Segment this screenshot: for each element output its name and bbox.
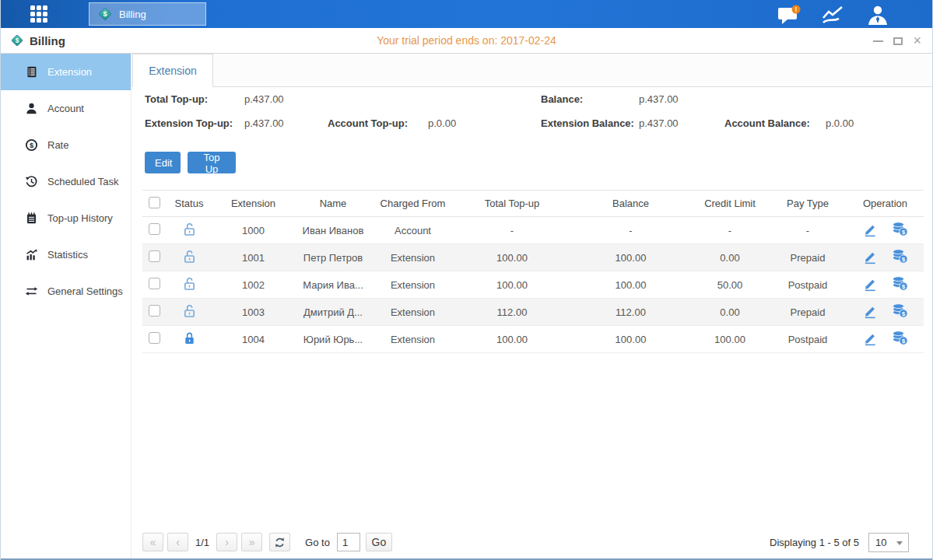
balance-label: Balance: [541, 93, 583, 105]
cell-credit-limit: 50.00 [691, 271, 769, 299]
page-size-select[interactable]: 10 [868, 533, 909, 552]
notepad-icon [25, 212, 38, 225]
edit-pencil-icon[interactable] [863, 331, 878, 346]
table-row: 1004 Юрий Юрь... Extension 100.00 100.00… [142, 326, 924, 353]
notifications-chat-icon[interactable]: ! [777, 4, 803, 26]
cell-extension: 1004 [212, 326, 294, 353]
sidebar-item-label: Extension [47, 66, 92, 78]
cell-pay-type: Postpaid [769, 271, 847, 299]
apps-grid-icon[interactable] [30, 5, 54, 23]
top-up-coins-icon[interactable]: $ [892, 222, 908, 236]
close-icon[interactable]: × [913, 33, 921, 47]
extension-topup-label: Extension Top-up: [145, 117, 233, 129]
col-total-topup: Total Top-up [454, 191, 570, 217]
cell-charged-from: Account [372, 217, 454, 244]
sidebar-item-general-settings[interactable]: General Settings [1, 273, 131, 310]
cell-pay-type: Prepaid [769, 299, 847, 326]
minimize-icon[interactable] [873, 40, 883, 42]
edit-pencil-icon[interactable] [863, 249, 878, 264]
svg-text:!: ! [795, 5, 798, 13]
row-checkbox[interactable] [149, 223, 160, 235]
cell-total-topup: 112.00 [454, 299, 570, 326]
sidebar: Extension Account $ Rate Scheduled Task [1, 54, 132, 558]
cell-total-topup: 100.00 [454, 326, 570, 353]
edit-button[interactable]: Edit [145, 152, 181, 173]
cell-total-topup: 100.00 [454, 271, 570, 299]
displaying-range-text: Displaying 1 - 5 of 5 [770, 537, 859, 548]
row-checkbox[interactable] [149, 278, 160, 289]
taskbar-tab-billing[interactable]: $ Billing [89, 2, 206, 26]
col-balance: Balance [570, 191, 691, 217]
extension-balance-value: p.437.00 [639, 117, 679, 129]
sidebar-item-topup-history[interactable]: Top-up History [1, 200, 131, 236]
sidebar-item-rate[interactable]: $ Rate [1, 127, 131, 163]
trial-notice: Your trial period ends on: 2017-02-24 [1, 34, 932, 47]
svg-text:$: $ [103, 10, 107, 18]
sidebar-item-extension[interactable]: Extension [1, 54, 131, 90]
cell-name: Дмитрий Д... [294, 299, 372, 326]
cell-name: Иван Иванов [294, 217, 372, 244]
go-button[interactable]: Go [366, 533, 392, 551]
col-name: Name [294, 191, 372, 217]
extension-topup-value: p.437.00 [244, 117, 284, 129]
prev-page-button[interactable]: ‹ [167, 533, 188, 551]
cell-extension: 1000 [212, 217, 294, 244]
sidebar-item-scheduled-task[interactable]: Scheduled Task [1, 163, 131, 200]
page-indicator: 1/1 [195, 537, 209, 548]
account-topup-value: p.0.00 [428, 117, 456, 129]
cell-credit-limit: 0.00 [691, 244, 769, 271]
sidebar-item-label: General Settings [47, 285, 123, 297]
account-balance-label: Account Balance: [724, 117, 810, 129]
window-controls: × [873, 28, 921, 54]
history-clock-icon [25, 175, 38, 188]
refresh-button[interactable] [269, 533, 290, 551]
cell-charged-from: Extension [372, 326, 454, 353]
tab-extension[interactable]: Extension [132, 54, 213, 87]
row-checkbox[interactable] [149, 332, 160, 344]
sidebar-item-statistics[interactable]: Statistics [1, 236, 131, 273]
refresh-icon [274, 537, 286, 548]
cell-total-topup: 100.00 [454, 244, 570, 271]
sidebar-item-account[interactable]: Account [1, 90, 131, 127]
edit-pencil-icon[interactable] [863, 276, 878, 292]
cell-credit-limit: 0.00 [691, 299, 769, 326]
sidebar-item-label: Scheduled Task [47, 176, 119, 187]
tab-strip: Extension [132, 54, 932, 87]
account-balance-value: p.0.00 [826, 117, 854, 129]
goto-page-input[interactable] [337, 533, 360, 551]
edit-pencil-icon[interactable] [863, 222, 878, 237]
chevron-down-icon [896, 541, 903, 545]
lock-open-icon [183, 276, 196, 291]
row-checkbox[interactable] [149, 305, 160, 317]
last-page-button[interactable]: » [241, 533, 262, 551]
cell-name: Мария Ива... [294, 271, 372, 299]
cell-name: Юрий Юрь... [294, 326, 372, 353]
top-up-coins-icon[interactable]: $ [892, 249, 908, 264]
table-header-row: Status Extension Name Charged From Total… [142, 191, 924, 217]
table-row: 1001 Петр Петров Extension 100.00 100.00… [142, 244, 924, 271]
user-account-icon[interactable] [865, 4, 892, 26]
top-up-coins-icon[interactable]: $ [892, 331, 908, 345]
cell-balance: - [570, 217, 691, 244]
dollar-coin-icon: $ [25, 138, 38, 152]
cell-name: Петр Петров [294, 244, 372, 271]
monitor-chart-icon[interactable] [820, 4, 847, 26]
cell-charged-from: Extension [372, 244, 454, 271]
cell-balance: 100.00 [570, 326, 691, 353]
total-topup-label: Total Top-up: [145, 93, 208, 105]
maximize-icon[interactable] [893, 37, 903, 45]
edit-pencil-icon[interactable] [863, 303, 878, 319]
lock-closed-icon [183, 331, 196, 345]
sidebar-item-label: Statistics [47, 249, 88, 261]
table-row: 1003 Дмитрий Д... Extension 112.00 112.0… [142, 299, 924, 326]
first-page-button[interactable]: « [142, 533, 163, 551]
top-up-coins-icon[interactable]: $ [892, 303, 908, 318]
select-all-checkbox[interactable] [149, 197, 160, 208]
top-up-coins-icon[interactable]: $ [892, 276, 908, 291]
row-checkbox[interactable] [149, 250, 160, 262]
cell-extension: 1001 [212, 244, 294, 271]
col-charged-from: Charged From [372, 191, 454, 217]
next-page-button[interactable]: › [216, 533, 237, 551]
main-content: Extension Total Top-up: p.437.00 Balance… [132, 54, 932, 558]
top-up-button[interactable]: Top Up [188, 152, 236, 173]
